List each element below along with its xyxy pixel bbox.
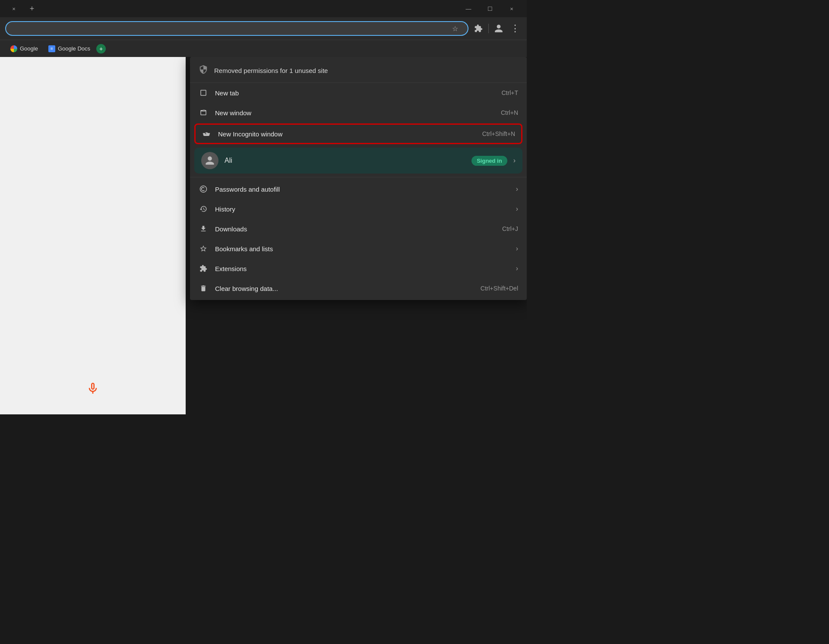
menu-item-extensions[interactable]: Extensions › xyxy=(190,259,527,278)
window-controls: — ☐ × xyxy=(459,2,522,16)
passwords-label: Passwords and autofill xyxy=(215,186,506,193)
passwords-icon xyxy=(199,184,208,194)
bookmarks-arrow-icon: › xyxy=(516,245,518,253)
window-close-button[interactable]: × xyxy=(502,2,522,16)
profile-name: Ali xyxy=(225,157,465,164)
incognito-label: New Incognito window xyxy=(218,130,475,138)
title-bar-left: × + xyxy=(5,3,38,15)
incognito-shortcut: Ctrl+Shift+N xyxy=(482,130,515,137)
profile-avatar xyxy=(201,152,218,169)
bookmark-google-docs-label: Google Docs xyxy=(58,45,90,52)
bookmarks-bar: Google ≡ Google Docs + xyxy=(0,40,527,57)
context-menu: Removed permissions for 1 unused site Ne… xyxy=(190,57,527,300)
new-window-shortcut: Ctrl+N xyxy=(501,109,518,116)
menu-item-clear-data[interactable]: Clear browsing data... Ctrl+Shift+Del xyxy=(190,278,527,298)
address-bar-row: ☆ ⋮ xyxy=(0,17,527,40)
menu-item-passwords[interactable]: Passwords and autofill › xyxy=(190,179,527,199)
menu-button[interactable]: ⋮ xyxy=(509,22,522,35)
downloads-shortcut: Ctrl+J xyxy=(502,225,518,232)
bookmark-google[interactable]: Google xyxy=(6,44,42,54)
menu-item-new-tab[interactable]: New tab Ctrl+T xyxy=(190,83,527,103)
address-bar[interactable]: ☆ xyxy=(5,21,468,36)
tab-close-button[interactable]: × xyxy=(10,5,17,12)
menu-item-incognito[interactable]: New Incognito window Ctrl+Shift+N xyxy=(194,123,522,144)
maximize-button[interactable]: ☐ xyxy=(480,2,500,16)
menu-separator-1 xyxy=(190,177,527,177)
extensions-label: Extensions xyxy=(215,265,506,272)
new-tab-button[interactable]: + xyxy=(26,3,38,15)
menu-item-bookmarks[interactable]: Bookmarks and lists › xyxy=(190,239,527,259)
signed-in-badge: Signed in xyxy=(471,156,507,166)
new-tab-label: New tab xyxy=(215,89,495,97)
profile-icon[interactable] xyxy=(492,22,505,35)
shield-icon xyxy=(199,65,208,76)
extensions-icon[interactable] xyxy=(472,22,485,35)
downloads-label: Downloads xyxy=(215,225,495,233)
content-area: Removed permissions for 1 unused site Ne… xyxy=(0,57,527,414)
passwords-arrow-icon: › xyxy=(516,185,518,193)
history-label: History xyxy=(215,205,506,213)
security-notice-text: Removed permissions for 1 unused site xyxy=(214,67,328,74)
history-icon xyxy=(199,204,208,214)
docs-favicon: ≡ xyxy=(48,45,55,52)
bookmark-star-icon[interactable]: ☆ xyxy=(449,22,462,35)
browser-page xyxy=(0,57,186,414)
profile-section[interactable]: Ali Signed in › xyxy=(194,148,522,174)
title-bar: × + — ☐ × xyxy=(0,0,527,17)
profile-arrow-icon: › xyxy=(513,157,516,164)
new-tab-icon xyxy=(199,88,208,98)
incognito-icon xyxy=(202,129,211,139)
google-mic-icon xyxy=(84,380,101,397)
clear-data-label: Clear browsing data... xyxy=(215,285,474,292)
clear-data-icon xyxy=(199,284,208,293)
bookmark-google-docs[interactable]: ≡ Google Docs xyxy=(44,44,95,54)
extensions-menu-icon xyxy=(199,264,208,273)
clear-data-shortcut: Ctrl+Shift+Del xyxy=(481,285,518,292)
menu-item-new-window[interactable]: New window Ctrl+N xyxy=(190,103,527,123)
bookmarks-icon xyxy=(199,244,208,253)
downloads-icon xyxy=(199,224,208,234)
extensions-arrow-icon: › xyxy=(516,265,518,272)
new-window-icon xyxy=(199,108,208,117)
google-favicon xyxy=(10,45,17,52)
menu-item-downloads[interactable]: Downloads Ctrl+J xyxy=(190,219,527,239)
security-notice: Removed permissions for 1 unused site xyxy=(190,59,527,83)
history-arrow-icon: › xyxy=(516,205,518,213)
bookmarks-label: Bookmarks and lists xyxy=(215,245,506,253)
new-tab-shortcut: Ctrl+T xyxy=(502,89,519,96)
tab-item[interactable]: × xyxy=(5,3,22,14)
toolbar-divider xyxy=(488,24,489,33)
address-bar-icons: ☆ xyxy=(449,22,462,35)
bookmark-google-label: Google xyxy=(20,45,38,52)
menu-item-history[interactable]: History › xyxy=(190,199,527,219)
minimize-button[interactable]: — xyxy=(459,2,478,16)
new-window-label: New window xyxy=(215,109,494,117)
bookmark-new-tab-button[interactable]: + xyxy=(96,44,106,54)
